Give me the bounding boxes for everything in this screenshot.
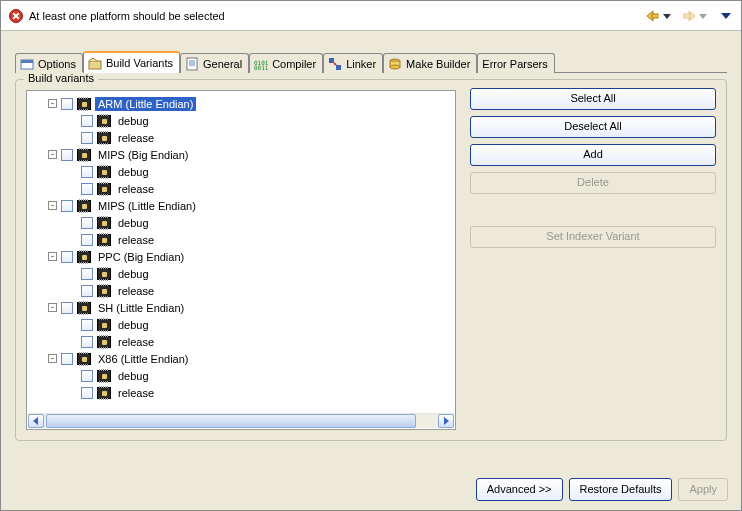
checkbox[interactable] bbox=[61, 353, 73, 365]
make-builder-icon bbox=[388, 57, 402, 71]
checkbox[interactable] bbox=[61, 302, 73, 314]
tab-label: Linker bbox=[346, 58, 376, 70]
chip-icon bbox=[97, 268, 111, 280]
tree-node-label[interactable]: release bbox=[115, 131, 157, 145]
select-all-button[interactable]: Select All bbox=[470, 88, 716, 110]
group-title: Build variants bbox=[24, 72, 98, 84]
checkbox[interactable] bbox=[61, 251, 73, 263]
tab-label: Options bbox=[38, 58, 76, 70]
tree-variant-node[interactable]: debug bbox=[27, 163, 455, 180]
collapse-icon[interactable]: - bbox=[48, 303, 57, 312]
footer-buttons: Advanced >> Restore Defaults Apply bbox=[476, 478, 728, 501]
tree-variant-node[interactable]: debug bbox=[27, 112, 455, 129]
tree-platform-node[interactable]: -PPC (Big Endian) bbox=[27, 248, 455, 265]
checkbox[interactable] bbox=[81, 285, 93, 297]
checkbox[interactable] bbox=[61, 200, 73, 212]
collapse-icon[interactable]: - bbox=[48, 150, 57, 159]
checkbox[interactable] bbox=[81, 370, 93, 382]
tree-node-label[interactable]: release bbox=[115, 233, 157, 247]
checkbox[interactable] bbox=[81, 234, 93, 246]
horizontal-scrollbar[interactable] bbox=[28, 413, 454, 428]
tree-platform-node[interactable]: -MIPS (Little Endian) bbox=[27, 197, 455, 214]
tree-variant-node[interactable]: release bbox=[27, 333, 455, 350]
tree-platform-node[interactable]: -ARM (Little Endian) bbox=[27, 95, 455, 112]
tree-node-label[interactable]: MIPS (Big Endian) bbox=[95, 148, 191, 162]
collapse-icon[interactable]: - bbox=[48, 99, 57, 108]
scroll-right-button[interactable] bbox=[438, 414, 454, 428]
scroll-left-button[interactable] bbox=[28, 414, 44, 428]
tree-variant-node[interactable]: debug bbox=[27, 214, 455, 231]
svg-rect-3 bbox=[652, 14, 658, 18]
tree-node-label[interactable]: debug bbox=[115, 114, 152, 128]
tree-variant-node[interactable]: release bbox=[27, 231, 455, 248]
checkbox[interactable] bbox=[81, 132, 93, 144]
checkbox[interactable] bbox=[61, 98, 73, 110]
checkbox[interactable] bbox=[81, 166, 93, 178]
checkbox[interactable] bbox=[81, 217, 93, 229]
tree-variant-node[interactable]: release bbox=[27, 384, 455, 401]
tab-linker[interactable]: Linker bbox=[323, 53, 383, 73]
chip-icon bbox=[97, 319, 111, 331]
chip-icon bbox=[97, 183, 111, 195]
advanced-button[interactable]: Advanced >> bbox=[476, 478, 563, 501]
tree-variant-node[interactable]: debug bbox=[27, 367, 455, 384]
svg-rect-7 bbox=[89, 61, 101, 69]
checkbox[interactable] bbox=[81, 387, 93, 399]
chip-icon bbox=[97, 336, 111, 348]
checkbox[interactable] bbox=[81, 183, 93, 195]
variants-tree[interactable]: -ARM (Little Endian)debugrelease-MIPS (B… bbox=[26, 90, 456, 430]
forward-button bbox=[681, 8, 697, 24]
tree-node-label[interactable]: X86 (Little Endian) bbox=[95, 352, 192, 366]
tab-general[interactable]: General bbox=[180, 53, 249, 73]
tree-variant-node[interactable]: release bbox=[27, 129, 455, 146]
chip-icon bbox=[77, 251, 91, 263]
linker-icon bbox=[328, 57, 342, 71]
tab-compiler[interactable]: 01010011 Compiler bbox=[249, 53, 323, 73]
tree-node-label[interactable]: PPC (Big Endian) bbox=[95, 250, 187, 264]
checkbox[interactable] bbox=[81, 336, 93, 348]
checkbox[interactable] bbox=[61, 149, 73, 161]
forward-menu-icon bbox=[699, 12, 707, 20]
tree-node-label[interactable]: debug bbox=[115, 267, 152, 281]
tab-build-variants[interactable]: Build Variants bbox=[83, 51, 180, 73]
error-icon bbox=[9, 9, 23, 23]
checkbox[interactable] bbox=[81, 115, 93, 127]
tree-node-label[interactable]: release bbox=[115, 182, 157, 196]
tab-make-builder[interactable]: Make Builder bbox=[383, 53, 477, 73]
back-button[interactable] bbox=[645, 8, 661, 24]
tree-variant-node[interactable]: release bbox=[27, 282, 455, 299]
tree-node-label[interactable]: MIPS (Little Endian) bbox=[95, 199, 199, 213]
tree-node-label[interactable]: release bbox=[115, 386, 157, 400]
tree-node-label[interactable]: debug bbox=[115, 318, 152, 332]
header-message: At least one platform should be selected bbox=[29, 10, 645, 22]
tree-node-label[interactable]: debug bbox=[115, 369, 152, 383]
tree-variant-node[interactable]: debug bbox=[27, 265, 455, 282]
tree-node-label[interactable]: ARM (Little Endian) bbox=[95, 97, 196, 111]
tree-node-label[interactable]: release bbox=[115, 335, 157, 349]
options-icon bbox=[20, 57, 34, 71]
tree-platform-node[interactable]: -MIPS (Big Endian) bbox=[27, 146, 455, 163]
checkbox[interactable] bbox=[81, 319, 93, 331]
restore-defaults-button[interactable]: Restore Defaults bbox=[569, 478, 673, 501]
tree-node-label[interactable]: SH (Little Endian) bbox=[95, 301, 187, 315]
tree-node-label[interactable]: debug bbox=[115, 165, 152, 179]
collapse-icon[interactable]: - bbox=[48, 201, 57, 210]
add-button[interactable]: Add bbox=[470, 144, 716, 166]
view-menu-icon[interactable] bbox=[721, 11, 731, 21]
chip-icon bbox=[77, 353, 91, 365]
back-menu-icon[interactable] bbox=[663, 12, 671, 20]
tab-error-parsers[interactable]: Error Parsers bbox=[477, 53, 554, 73]
collapse-icon[interactable]: - bbox=[48, 252, 57, 261]
deselect-all-button[interactable]: Deselect All bbox=[470, 116, 716, 138]
tree-variant-node[interactable]: debug bbox=[27, 316, 455, 333]
svg-rect-15 bbox=[336, 65, 341, 70]
tree-platform-node[interactable]: -SH (Little Endian) bbox=[27, 299, 455, 316]
tree-node-label[interactable]: release bbox=[115, 284, 157, 298]
tab-options[interactable]: Options bbox=[15, 53, 83, 73]
collapse-icon[interactable]: - bbox=[48, 354, 57, 363]
tree-variant-node[interactable]: release bbox=[27, 180, 455, 197]
checkbox[interactable] bbox=[81, 268, 93, 280]
tree-node-label[interactable]: debug bbox=[115, 216, 152, 230]
scroll-thumb[interactable] bbox=[46, 414, 416, 428]
tree-platform-node[interactable]: -X86 (Little Endian) bbox=[27, 350, 455, 367]
